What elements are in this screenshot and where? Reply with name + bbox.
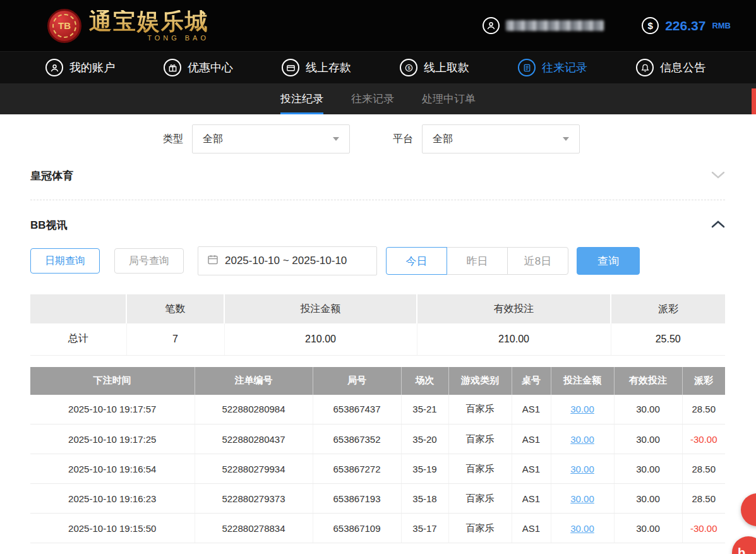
balance-currency: RMB (712, 21, 731, 30)
dollar-icon: $ (642, 17, 659, 34)
records-icon (518, 59, 536, 76)
bet-amount-link[interactable]: 30.00 (570, 523, 594, 534)
nav-deposit[interactable]: 线上存款 (282, 59, 351, 76)
cell-bet_no: 522880280984 (195, 395, 313, 425)
gift-icon (164, 59, 181, 76)
cell-time: 2025-10-10 19:16:23 (30, 484, 195, 514)
cell-payout: 28.50 (682, 395, 725, 425)
nav-promotions[interactable]: 优惠中心 (164, 59, 233, 76)
cell-round: 653867272 (313, 454, 401, 484)
cell-valid: 30.00 (614, 514, 682, 543)
filter-row: 类型 全部 平台 全部 (30, 124, 725, 154)
summary-total-label: 总计 (30, 323, 126, 355)
chat-badge: b (738, 546, 745, 554)
cell-time: 2025-10-10 19:15:50 (30, 514, 195, 543)
yesterday-button[interactable]: 昨日 (447, 247, 508, 275)
top-bar: TB 通宝娱乐城 TONG BAO $ 226.37 RMB (0, 0, 756, 51)
nav-announcements[interactable]: 信息公告 (636, 59, 705, 76)
bet-table-body: 2025-10-10 19:17:57522880280984653867437… (30, 395, 725, 543)
cell-bet_no: 522880279934 (195, 454, 313, 484)
cell-bet_no: 522880280437 (195, 425, 313, 454)
platform-label: 平台 (393, 133, 413, 146)
summary-header-payout: 派彩 (611, 294, 725, 323)
cell-round: 653867193 (313, 484, 401, 514)
cell-valid: 30.00 (614, 484, 682, 514)
nav-withdraw[interactable]: $ 线上取款 (400, 59, 469, 76)
cell-amount: 30.00 (551, 484, 614, 514)
balance[interactable]: $ 226.37 RMB (642, 17, 731, 34)
type-select[interactable]: 全部 (192, 124, 350, 154)
brand-logo[interactable]: TB 通宝娱乐城 TONG BAO (47, 9, 209, 43)
bet-amount-link[interactable]: 30.00 (570, 493, 594, 504)
subtab-label: 处理中订单 (422, 92, 476, 106)
table-row: 2025-10-10 19:16:23522880279373653867193… (30, 484, 725, 514)
date-query-button[interactable]: 日期查询 (30, 248, 100, 274)
summary-payout: 25.50 (611, 323, 725, 355)
tab-bet-records[interactable]: 投注纪录 (280, 83, 323, 114)
col-payout: 派彩 (682, 367, 725, 395)
cell-game: 百家乐 (448, 484, 512, 514)
table-row: 2025-10-10 19:15:50522880278834653867109… (30, 514, 725, 543)
deposit-icon (282, 59, 299, 76)
user-account[interactable] (483, 17, 604, 34)
nav-label: 线上取款 (424, 60, 469, 75)
withdraw-icon: $ (400, 59, 417, 76)
cell-time: 2025-10-10 19:17:25 (30, 425, 195, 454)
cell-payout: -30.00 (682, 514, 725, 543)
logo-title: 通宝娱乐城 (89, 10, 209, 33)
last8days-button[interactable]: 近8日 (507, 247, 568, 275)
col-bet-number: 注单编号 (195, 367, 313, 395)
cell-game: 百家乐 (448, 425, 512, 454)
col-round-number: 局号 (313, 367, 401, 395)
table-row: 2025-10-10 19:17:57522880280984653867437… (30, 395, 725, 425)
chevron-down-icon[interactable] (711, 171, 725, 182)
cell-time: 2025-10-10 19:16:54 (30, 454, 195, 484)
cell-payout: -30.00 (682, 425, 725, 454)
bet-amount-link[interactable]: 30.00 (570, 464, 594, 474)
content: 类型 全部 平台 全部 皇冠体育 BB视讯 (0, 124, 756, 543)
today-button[interactable]: 今日 (386, 247, 447, 275)
subtab-label: 投注纪录 (280, 92, 323, 106)
account-icon (45, 59, 63, 76)
round-query-button[interactable]: 局号查询 (114, 248, 184, 274)
bet-table-header-row: 下注时间 注单编号 局号 场次 游戏类别 桌号 投注金额 有效投注 派彩 (30, 367, 725, 395)
cell-bet_no: 522880278834 (195, 514, 313, 543)
logo-subtitle: TONG BAO (147, 35, 209, 42)
summary-header-bet-amount: 投注金额 (224, 294, 417, 323)
date-range-value: 2025-10-10 ~ 2025-10-10 (225, 255, 347, 267)
nav-my-account[interactable]: 我的账户 (45, 59, 115, 76)
tab-processing-orders[interactable]: 处理中订单 (422, 83, 476, 114)
cell-valid: 30.00 (614, 454, 682, 484)
col-bet-time: 下注时间 (30, 367, 195, 395)
cell-table: AS1 (512, 395, 551, 425)
cell-round: 653867437 (313, 395, 401, 425)
col-table-number: 桌号 (512, 367, 551, 395)
bb-video-title: BB视讯 (30, 218, 68, 232)
username-blurred (506, 20, 604, 31)
col-bet-amount: 投注金额 (551, 367, 614, 395)
chip-label: TB (58, 20, 71, 31)
cell-table: AS1 (512, 484, 551, 514)
bet-amount-link[interactable]: 30.00 (570, 434, 594, 445)
cell-round: 653867352 (313, 425, 401, 454)
bell-icon (636, 59, 654, 76)
cell-bet_no: 522880279373 (195, 484, 313, 514)
chevron-up-icon[interactable] (711, 220, 725, 231)
side-widget-strip[interactable] (752, 88, 756, 114)
nav-label: 往来记录 (542, 60, 587, 75)
cell-game: 百家乐 (448, 514, 512, 543)
nav-records[interactable]: 往来记录 (518, 59, 587, 76)
date-range-input[interactable]: 2025-10-10 ~ 2025-10-10 (198, 246, 377, 275)
topbar-right: $ 226.37 RMB (483, 17, 731, 34)
tab-transaction-records[interactable]: 往来记录 (351, 83, 394, 114)
platform-select[interactable]: 全部 (422, 124, 580, 154)
summary-header-row: 笔数 投注金额 有效投注 派彩 (30, 294, 725, 323)
search-button[interactable]: 查询 (577, 247, 640, 275)
bet-amount-link[interactable]: 30.00 (570, 404, 594, 414)
svg-text:$: $ (407, 65, 411, 71)
bet-records-table: 下注时间 注单编号 局号 场次 游戏类别 桌号 投注金额 有效投注 派彩 202… (30, 367, 725, 544)
type-select-value: 全部 (203, 133, 223, 146)
cell-game: 百家乐 (448, 454, 512, 484)
nav-label: 优惠中心 (188, 60, 233, 75)
section-crown-sports: 皇冠体育 (30, 169, 725, 200)
